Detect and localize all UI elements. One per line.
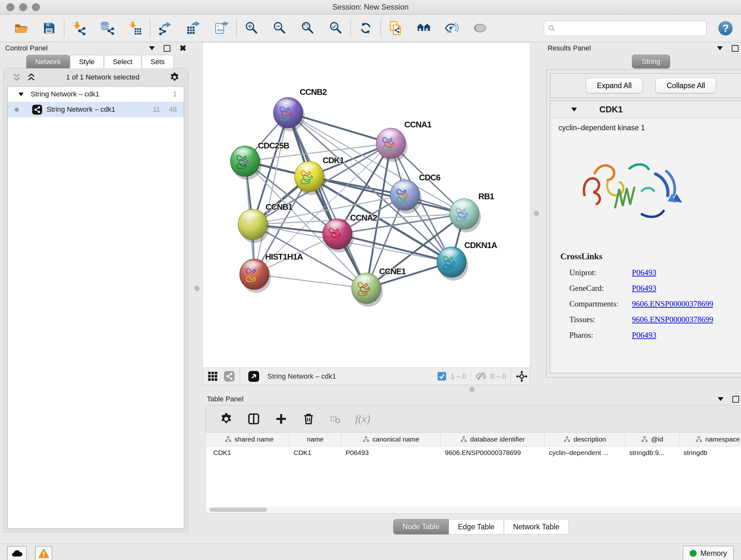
import-network-file-button[interactable]: [71, 20, 87, 37]
warnings-button[interactable]: [35, 546, 52, 560]
tree-expander-icon[interactable]: [18, 92, 23, 96]
table-cell[interactable]: P06493: [341, 449, 441, 456]
panel-menu-icon[interactable]: [718, 397, 724, 401]
network-node-CDK1[interactable]: [294, 161, 326, 195]
collapse-all-button[interactable]: Collapse All: [656, 78, 716, 93]
crosslink-link[interactable]: P06493: [632, 284, 656, 293]
splitter-handle[interactable]: [534, 211, 539, 216]
column-header-namespace[interactable]: namespace: [679, 433, 741, 446]
close-window-button[interactable]: [6, 3, 14, 11]
table-cell[interactable]: cyclin–dependent ...: [545, 449, 625, 456]
expand-all-icon[interactable]: [26, 72, 36, 82]
network-canvas[interactable]: CCNB2CCNA1CDC25BCDK1CDC6RB1CCNB1CCNA2CDK…: [202, 42, 530, 368]
column-header-shared-name[interactable]: shared name: [209, 433, 289, 446]
columns-icon[interactable]: [247, 413, 260, 425]
detach-view-icon[interactable]: [248, 371, 259, 382]
cloud-button[interactable]: [7, 546, 27, 560]
trash-icon[interactable]: [302, 413, 315, 425]
export-network-button[interactable]: [157, 20, 174, 37]
network-node-CDC6[interactable]: [390, 180, 421, 213]
network-row[interactable]: String Network – cdk1 11 48: [8, 102, 184, 117]
help-button[interactable]: ?: [718, 20, 733, 36]
table-cell[interactable]: stringdb: [679, 449, 741, 456]
table-cell[interactable]: 9606.ENSP00000378699: [441, 449, 545, 456]
left-splitter[interactable]: [192, 42, 202, 543]
save-session-button[interactable]: [41, 20, 57, 37]
column-header-canonical-name[interactable]: canonical name: [341, 433, 441, 446]
tab-sets[interactable]: Sets: [142, 55, 174, 68]
column-header-database-identifier[interactable]: database identifier: [441, 433, 545, 446]
zoom-window-button[interactable]: [32, 3, 40, 11]
zoom-selected-button[interactable]: [327, 20, 344, 37]
tab-style[interactable]: Style: [70, 55, 104, 68]
table-row[interactable]: CDK1CDK1P064939606.ENSP00000378699cyclin…: [206, 446, 741, 459]
network-edge[interactable]: [288, 113, 366, 288]
selected-checkbox-icon[interactable]: [437, 372, 446, 381]
float-panel-icon[interactable]: [732, 45, 738, 52]
zoom-fit-button[interactable]: [299, 20, 316, 37]
export-image-button[interactable]: [213, 20, 230, 37]
network-edge[interactable]: [254, 113, 288, 274]
zoom-in-button[interactable]: [243, 20, 260, 37]
open-session-button[interactable]: [13, 20, 29, 37]
show-hide-button[interactable]: [472, 20, 488, 37]
crosslink-link[interactable]: 9606.ENSP00000378699: [632, 315, 713, 324]
column-header-@id[interactable]: @id: [625, 433, 679, 446]
collapse-all-icon[interactable]: [12, 72, 21, 82]
network-node-CCNA1[interactable]: [376, 128, 408, 162]
splitter-handle[interactable]: [194, 286, 199, 291]
network-node-CDC25B[interactable]: [230, 146, 262, 180]
network-node-CCNE1[interactable]: [352, 273, 383, 307]
clone-network-button[interactable]: [387, 20, 404, 37]
toggle-graphics-details-button[interactable]: [444, 20, 460, 37]
grid-view-icon[interactable]: [208, 371, 218, 381]
refresh-view-button[interactable]: [357, 20, 374, 37]
gear-icon[interactable]: [170, 72, 180, 82]
zoom-out-button[interactable]: [271, 20, 288, 37]
scrollbar-thumb[interactable]: [210, 508, 267, 512]
export-table-button[interactable]: [185, 20, 202, 37]
network-node-HIST1H1A[interactable]: [240, 259, 271, 293]
hidden-eye-icon[interactable]: [475, 371, 486, 381]
horizontal-splitter[interactable]: [202, 385, 741, 393]
import-network-database-button[interactable]: [99, 20, 116, 37]
tab-string[interactable]: String: [632, 55, 670, 69]
column-header-name[interactable]: name: [289, 433, 341, 446]
minimize-window-button[interactable]: [19, 3, 27, 11]
tab-node-table[interactable]: Node Table: [393, 519, 449, 535]
float-panel-icon[interactable]: [732, 396, 739, 402]
tab-network-table[interactable]: Network Table: [504, 519, 569, 535]
table-cell[interactable]: CDK1: [209, 449, 289, 456]
network-overview-button[interactable]: [415, 20, 432, 37]
table-cell[interactable]: CDK1: [289, 449, 341, 456]
tab-edge-table[interactable]: Edge Table: [449, 519, 504, 535]
entry-expander-icon[interactable]: [571, 108, 577, 111]
table-hscrollbar[interactable]: [206, 507, 741, 512]
column-header-description[interactable]: description: [545, 433, 625, 446]
right-splitter[interactable]: [530, 42, 542, 385]
network-badge-icon[interactable]: [224, 371, 234, 381]
crosslink-link[interactable]: P06493: [632, 331, 656, 340]
close-panel-icon[interactable]: ✖: [179, 44, 186, 52]
network-node-RB1[interactable]: [450, 199, 481, 233]
add-column-icon[interactable]: [275, 413, 287, 425]
gear-icon[interactable]: [220, 413, 232, 425]
import-table-file-button[interactable]: [127, 20, 144, 37]
network-edge[interactable]: [254, 274, 366, 288]
tab-network[interactable]: Network: [26, 55, 70, 68]
crosslink-link[interactable]: 9606.ENSP00000378699: [632, 300, 713, 308]
search-input[interactable]: [556, 24, 706, 33]
table-cell[interactable]: stringdb:9...: [625, 449, 679, 456]
network-node-CDKN1A[interactable]: [437, 247, 468, 281]
panel-menu-icon[interactable]: [717, 46, 723, 50]
tab-select[interactable]: Select: [104, 55, 141, 68]
network-collection-row[interactable]: String Network – cdk1 1: [8, 86, 184, 102]
crosshair-icon[interactable]: [515, 370, 528, 383]
crosslink-link[interactable]: P06493: [632, 268, 656, 277]
expand-all-button[interactable]: Expand All: [586, 78, 643, 93]
protein-entry-header[interactable]: CDK1: [550, 101, 741, 118]
network-node-CCNB2[interactable]: [273, 98, 305, 131]
float-panel-icon[interactable]: [164, 45, 171, 52]
memory-button[interactable]: Memory: [683, 546, 734, 560]
panel-menu-icon[interactable]: [149, 46, 155, 50]
